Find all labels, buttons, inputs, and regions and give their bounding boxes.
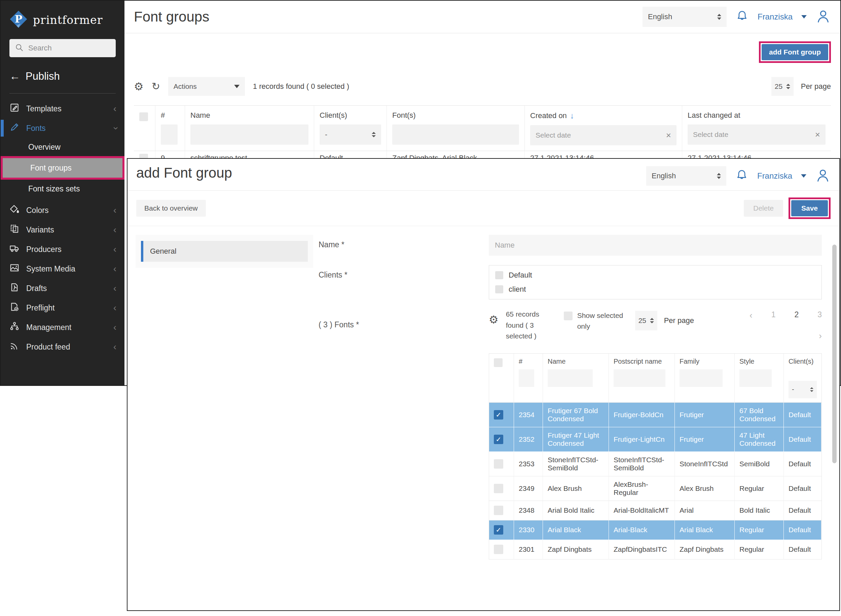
client-option-default[interactable]: Default: [495, 271, 815, 280]
user-menu[interactable]: Franziska: [757, 12, 793, 22]
modal-nav-panel: General: [136, 235, 313, 268]
per-page-select[interactable]: 25: [771, 77, 794, 96]
scrollbar-thumb[interactable]: [832, 245, 837, 463]
style-filter-input[interactable]: [739, 370, 772, 387]
fonts-per-page-select[interactable]: 25: [635, 311, 657, 330]
fonts-filter-input[interactable]: [392, 125, 519, 145]
row-checkbox[interactable]: ✓: [494, 525, 503, 535]
clear-date-icon[interactable]: ×: [815, 129, 820, 140]
client-checkbox[interactable]: [495, 285, 503, 293]
sidebar-item-product-feed[interactable]: Product feed ‹: [1, 337, 125, 356]
brand-logo[interactable]: P printformer: [1, 1, 125, 38]
name-filter-input[interactable]: [190, 125, 309, 145]
page-1[interactable]: 1: [771, 310, 776, 321]
publish-label: Publish: [26, 70, 60, 82]
name-field[interactable]: [489, 235, 822, 256]
clients-filter-select[interactable]: -: [788, 381, 817, 398]
sidebar-item-management[interactable]: Management ‹: [1, 318, 125, 337]
font-row[interactable]: ✓ 2354 Frutiger 67 Bold Condensed Frutig…: [489, 403, 822, 427]
sidebar-search[interactable]: [9, 39, 116, 57]
cell-name: StoneInfITCStd-SemiBold: [543, 452, 609, 477]
search-input[interactable]: [28, 44, 105, 53]
save-button[interactable]: Save: [791, 200, 828, 216]
fonts-picker: ⚙ 65 records found ( 3 selected ) Show s…: [489, 309, 822, 559]
show-selected-checkbox[interactable]: [564, 311, 573, 320]
font-row[interactable]: 2348 Arial Bold Italic Arial-BoldItalicM…: [489, 501, 822, 521]
postscript-filter-input[interactable]: [614, 370, 665, 387]
language-select[interactable]: English: [646, 166, 726, 186]
sort-desc-icon[interactable]: ↓: [570, 111, 574, 120]
user-caret-icon[interactable]: [801, 15, 807, 19]
clear-date-icon[interactable]: ×: [666, 130, 671, 141]
sidebar-item-font-sizes-sets[interactable]: Font sizes sets: [1, 180, 125, 198]
num-filter-input[interactable]: [519, 370, 534, 387]
col-family: Family: [680, 358, 730, 365]
sidebar-item-templates[interactable]: Templates ‹: [1, 99, 125, 119]
row-checkbox[interactable]: [494, 506, 503, 515]
sidebar-item-colors[interactable]: Colors ‹: [1, 201, 125, 220]
row-checkbox[interactable]: [494, 484, 503, 493]
notifications-bell-icon[interactable]: [736, 9, 749, 24]
refresh-icon[interactable]: ↻: [152, 81, 160, 91]
row-checkbox[interactable]: ✓: [494, 410, 503, 419]
default-checkbox[interactable]: [495, 271, 503, 279]
user-avatar-icon[interactable]: [815, 9, 831, 25]
font-groups-highlight: Font groups: [1, 156, 125, 180]
user-avatar-icon[interactable]: [815, 167, 831, 184]
font-row[interactable]: ✓ 2330 Arial Black Arial-Black Arial Bla…: [489, 521, 822, 540]
page-2[interactable]: 2: [794, 310, 799, 321]
select-all-checkbox[interactable]: [139, 112, 148, 121]
back-to-publish[interactable]: ← Publish: [9, 70, 116, 82]
name-filter-input[interactable]: [548, 370, 593, 387]
gear-icon[interactable]: ⚙: [134, 81, 144, 92]
notifications-bell-icon[interactable]: [735, 169, 749, 183]
sidebar-item-overview[interactable]: Overview: [1, 138, 125, 156]
delete-button[interactable]: Delete: [744, 200, 783, 217]
sidebar-item-system-media[interactable]: System Media ‹: [1, 259, 125, 279]
col-created[interactable]: Created on: [530, 111, 567, 120]
page-3[interactable]: 3: [818, 310, 822, 321]
sidebar-item-fonts[interactable]: Fonts ‹: [1, 119, 125, 138]
col-fonts: Font(s): [392, 111, 519, 120]
back-to-overview-button[interactable]: Back to overview: [136, 200, 206, 217]
sidebar-item-font-groups[interactable]: Font groups: [3, 158, 122, 177]
changed-date-filter[interactable]: Select date ×: [688, 125, 825, 145]
gear-icon[interactable]: ⚙: [489, 309, 498, 325]
cell-clients: Default: [784, 427, 822, 452]
client-option-client[interactable]: client: [495, 285, 815, 294]
font-groups-label: Font groups: [30, 163, 72, 173]
row-checkbox[interactable]: [494, 545, 503, 554]
clients-filter-select[interactable]: -: [319, 125, 381, 145]
product-feed-label: Product feed: [26, 342, 70, 352]
select-stepper-icon: [372, 132, 376, 137]
fonts-label: ( 3 ) Fonts *: [313, 309, 489, 329]
num-filter-input[interactable]: [161, 125, 177, 145]
preflight-label: Preflight: [26, 304, 54, 312]
created-date-filter[interactable]: Select date ×: [530, 125, 677, 145]
user-menu[interactable]: Franziska: [757, 171, 792, 181]
clients-filter-value: -: [325, 131, 327, 139]
font-row[interactable]: 2349 Alex Brush AlexBrush-Regular Alex B…: [489, 477, 822, 501]
cell-postscript: ZapfDingbatsITC: [609, 540, 675, 559]
select-all-checkbox[interactable]: [494, 358, 503, 367]
sidebar-item-variants[interactable]: Variants ‹: [1, 220, 125, 239]
tab-general[interactable]: General: [141, 241, 308, 262]
font-row[interactable]: 2301 Zapf Dingbats ZapfDingbatsITC Zapf …: [489, 540, 822, 559]
cell-postscript: Arial-Black: [609, 521, 675, 540]
show-selected-only[interactable]: Show selected only: [564, 309, 628, 331]
sidebar-item-producers[interactable]: Producers ‹: [1, 239, 125, 259]
sidebar-item-preflight[interactable]: Preflight ‹: [1, 298, 125, 318]
sidebar-item-drafts[interactable]: Drafts ‹: [1, 279, 125, 298]
font-row[interactable]: 2353 StoneInfITCStd-SemiBold StoneInfITC…: [489, 452, 822, 477]
next-page-icon[interactable]: ›: [750, 331, 822, 341]
preflight-icon: [9, 302, 19, 314]
user-caret-icon[interactable]: [801, 174, 806, 177]
font-row[interactable]: ✓ 2352 Frutiger 47 Light Condensed Fruti…: [489, 427, 822, 452]
row-checkbox[interactable]: [494, 459, 503, 469]
language-select[interactable]: English: [643, 7, 727, 27]
actions-select[interactable]: Actions: [168, 77, 245, 96]
prev-page-icon[interactable]: ‹: [750, 310, 753, 321]
family-filter-input[interactable]: [680, 370, 722, 387]
row-checkbox[interactable]: ✓: [494, 435, 503, 444]
add-font-group-button[interactable]: add Font group: [762, 44, 828, 60]
